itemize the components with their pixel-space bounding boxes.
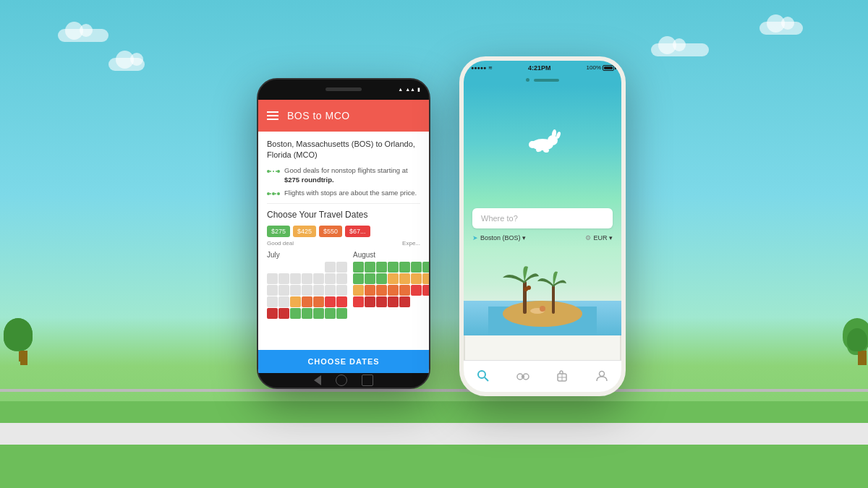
cal-cell [325, 308, 336, 319]
currency-filter[interactable]: ⚙ EUR ▾ [585, 234, 613, 241]
cal-cell [313, 262, 324, 273]
cal-cell [336, 262, 347, 273]
android-speaker [326, 87, 362, 91]
cal-cell [278, 285, 289, 296]
tab-search[interactable] [477, 369, 490, 382]
svg-point-12 [529, 141, 536, 148]
cal-cell [325, 296, 336, 307]
price-chip-green: $275 [267, 226, 290, 237]
cal-cell [376, 273, 387, 284]
cloud-1 [58, 29, 109, 42]
choose-dates-button[interactable]: CHOOSE DATES [258, 350, 429, 373]
calendar-section: July [267, 251, 420, 319]
cal-cell [267, 296, 278, 307]
stops-info-text: Flights with stops are about the same pr… [284, 189, 417, 197]
gear-icon: ⚙ [585, 234, 591, 241]
july-calendar: July [267, 251, 347, 319]
cal-cell [278, 308, 289, 319]
route-description: Boston, Massachusetts (BOS) to Orlando, … [267, 139, 420, 161]
android-phone: ▲ ▲▲ ▮ BOS to MCO Boston, Massachusetts … [257, 78, 430, 389]
cal-cell [388, 285, 399, 296]
recents-button[interactable] [362, 374, 373, 386]
svg-point-16 [503, 301, 582, 327]
cal-cell [365, 296, 375, 307]
ios-signal-area: ●●●●● ≋ [471, 65, 493, 71]
battery-percent: 100% [587, 64, 601, 71]
cal-cell [313, 273, 324, 284]
cal-cell [388, 262, 399, 273]
tab-account[interactable] [595, 369, 608, 382]
wifi-status-icon: ▲ [398, 87, 403, 92]
cal-cell [376, 296, 387, 307]
hamburger-line-2 [267, 115, 278, 116]
ios-camera [526, 78, 529, 82]
cal-cell [302, 308, 312, 319]
tree-top-6 [847, 328, 867, 351]
cal-cell [336, 273, 347, 284]
toolbar-title: BOS to MCO [287, 110, 350, 121]
currency-label: EUR ▾ [593, 234, 613, 241]
battery-fill [604, 67, 613, 69]
svg-point-23 [478, 371, 485, 378]
cal-cell [376, 262, 387, 273]
cal-cell [290, 262, 301, 273]
tree-6 [854, 328, 867, 361]
cal-cell [278, 296, 289, 307]
suitcase-tab-icon [556, 369, 569, 382]
legend-labels: Good deal Expe... [267, 240, 420, 247]
cal-cell [365, 285, 375, 296]
app-content: Boston, Massachusetts (BOS) to Orlando, … [258, 132, 429, 327]
home-button[interactable] [336, 374, 347, 386]
cal-cell [325, 262, 336, 273]
svg-point-22 [527, 286, 531, 290]
ios-hero [464, 85, 621, 201]
cal-cell [336, 285, 347, 296]
cal-cell [290, 285, 301, 296]
cal-cell [278, 262, 289, 273]
cal-cell [302, 262, 312, 273]
svg-point-32 [599, 372, 604, 377]
island-illustration [488, 256, 597, 335]
binoculars-tab-icon [516, 369, 529, 382]
svg-line-24 [485, 377, 488, 381]
tree-trunk-6 [858, 351, 863, 361]
section-title: Choose Your Travel Dates [267, 210, 420, 220]
stops-icon [267, 190, 280, 197]
ios-status-bar: ●●●●● ≋ 4:21PM 100% [464, 61, 621, 75]
ios-speaker [534, 79, 559, 82]
cloud-3 [760, 22, 803, 35]
cal-cell [365, 262, 375, 273]
svg-point-20 [540, 306, 545, 312]
august-grid [353, 262, 429, 307]
cal-cell [353, 273, 364, 284]
ios-signal-dots: ●●●●● [471, 65, 486, 70]
origin-filter[interactable]: ➤ Boston (BOS) ▾ [472, 234, 526, 241]
hamburger-menu-icon[interactable] [267, 111, 278, 120]
ios-search-box[interactable]: Where to? [472, 208, 613, 228]
location-arrow-icon: ➤ [472, 234, 478, 241]
tab-trips[interactable] [556, 369, 569, 382]
android-screen: BOS to MCO Boston, Massachusetts (BOS) t… [258, 100, 429, 373]
ios-filters: ➤ Boston (BOS) ▾ ⚙ EUR ▾ [472, 234, 613, 241]
cal-cell [353, 285, 364, 296]
cal-cell [422, 296, 429, 307]
cal-cell [422, 285, 429, 296]
ios-camera-area [464, 75, 621, 85]
cal-cell [302, 296, 312, 307]
cal-cell [399, 296, 410, 307]
cal-cell [353, 296, 364, 307]
ios-tab-bar [464, 360, 621, 392]
cal-cell [353, 262, 364, 273]
svg-point-5 [272, 192, 275, 195]
divider [267, 203, 420, 204]
back-button[interactable] [314, 375, 321, 385]
cal-cell [325, 285, 336, 296]
legend-expensive: Expe... [402, 240, 420, 247]
search-placeholder: Where to? [481, 214, 518, 223]
hamburger-line-3 [267, 119, 278, 120]
tab-explore[interactable] [516, 369, 529, 382]
cal-cell [388, 273, 399, 284]
svg-point-7 [277, 192, 280, 195]
price-legend: $275 $425 $550 $67... [267, 226, 420, 237]
cal-cell [399, 285, 410, 296]
